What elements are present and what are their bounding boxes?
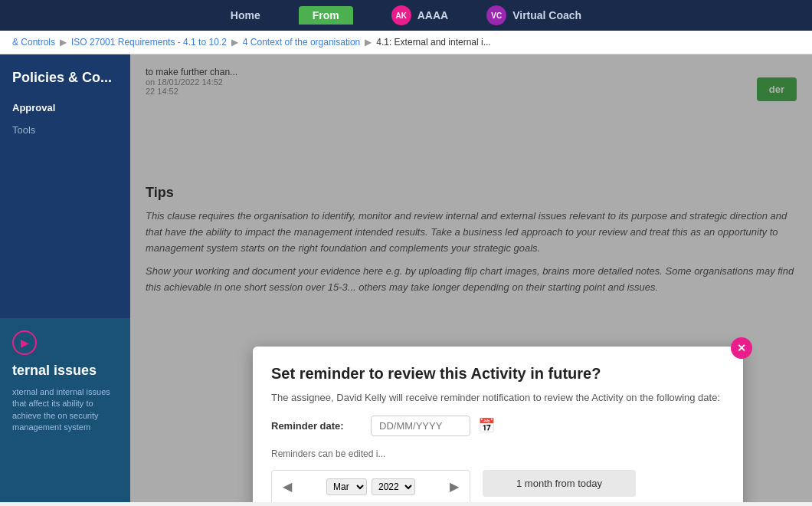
avatar-pink[interactable]: AK <box>391 5 411 25</box>
nav-center: Home From AK AAAA VC Virtual Coach <box>231 5 581 25</box>
day-header-tu: Tu <box>306 501 332 502</box>
day-header-sa: Sa <box>410 501 436 502</box>
nav-virtual-coach[interactable]: Virtual Coach <box>512 9 581 21</box>
sidebar-card: ▶ ternal issues xternal and internal iss… <box>0 318 130 502</box>
reminder-date-input[interactable] <box>371 416 470 436</box>
year-select[interactable]: 202020212022 20232024 <box>372 478 415 495</box>
main-content: to make further chan... on 18/01/2022 14… <box>130 54 812 502</box>
reminder-date-row: Reminder date: 📅 <box>271 416 725 436</box>
day-header-su: Su <box>436 501 462 502</box>
breadcrumb-sep-2: ▶ <box>231 37 238 48</box>
breadcrumb: & Controls ▶ ISO 27001 Requirements - 4.… <box>0 31 812 54</box>
sidebar-title: Policies & Co... <box>12 70 118 87</box>
breadcrumb-current: 4.1: External and internal i... <box>376 37 490 48</box>
page-layout: Policies & Co... Approval Tools ▶ ternal… <box>0 54 812 502</box>
modal-title: Set reminder to review this Activity in … <box>271 365 725 383</box>
breadcrumb-context[interactable]: 4 Context of the organisation <box>243 37 360 48</box>
card-text: xternal and internal issues that affect … <box>12 386 118 434</box>
sidebar-approval[interactable]: Approval <box>12 102 118 113</box>
nav-aaaa[interactable]: AAAA <box>417 9 448 21</box>
reminder-modal: ✕ Set reminder to review this Activity i… <box>253 347 743 502</box>
sidebar-tools[interactable]: Tools <box>12 124 118 136</box>
play-icon[interactable]: ▶ <box>12 330 37 355</box>
modal-close-button[interactable]: ✕ <box>731 337 752 359</box>
calendar-grid: Mo Tu We Th Fr Sa Su 123456789101112 <box>280 501 462 502</box>
calendar-selects: JanFebMar AprMayJun JulAugSep OctNovDec … <box>326 478 415 495</box>
edit-note: Reminders can be edited i... <box>271 449 725 459</box>
calendar-icon[interactable]: 📅 <box>478 417 495 434</box>
calendar-widget: ◀ JanFebMar AprMayJun JulAugSep OctNovDe… <box>271 470 470 502</box>
top-navigation: Home From AK AAAA VC Virtual Coach <box>0 0 812 31</box>
nav-home[interactable]: Home <box>231 9 260 21</box>
btn-1-month[interactable]: 1 month from today <box>483 470 636 497</box>
day-header-th: Th <box>358 501 384 502</box>
calendar-next-arrow[interactable]: ▶ <box>447 479 462 494</box>
calendar-area: ◀ JanFebMar AprMayJun JulAugSep OctNovDe… <box>271 470 725 502</box>
reminder-date-label: Reminder date: <box>271 420 363 432</box>
sidebar-nav: Approval Tools <box>12 102 118 136</box>
nav-from-active[interactable]: From <box>299 6 353 25</box>
calendar-prev-arrow[interactable]: ◀ <box>280 479 295 494</box>
sidebar: Policies & Co... Approval Tools ▶ ternal… <box>0 54 130 502</box>
day-header-fr: Fr <box>384 501 410 502</box>
breadcrumb-iso[interactable]: ISO 27001 Requirements - 4.1 to 10.2 <box>71 37 227 48</box>
quick-buttons: 1 month from today 3 months from today 6… <box>483 470 636 502</box>
card-title: ternal issues <box>12 363 118 379</box>
calendar-nav: ◀ JanFebMar AprMayJun JulAugSep OctNovDe… <box>280 478 462 495</box>
breadcrumb-sep-3: ▶ <box>365 37 372 48</box>
modal-subtitle: The assignee, David Kelly will receive r… <box>271 392 725 403</box>
breadcrumb-sep-1: ▶ <box>60 37 67 48</box>
avatar-purple[interactable]: VC <box>486 5 506 25</box>
day-header-we: We <box>332 501 358 502</box>
month-select[interactable]: JanFebMar AprMayJun JulAugSep OctNovDec <box>326 478 367 495</box>
day-header-mo: Mo <box>280 501 306 502</box>
breadcrumb-controls[interactable]: & Controls <box>12 37 55 48</box>
